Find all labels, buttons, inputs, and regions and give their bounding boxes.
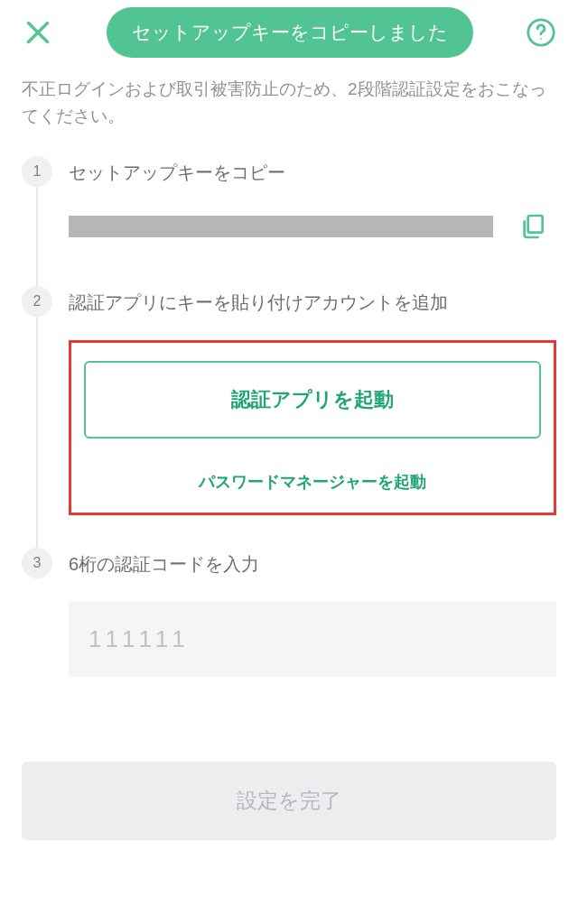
submit-area: 設定を完了 (0, 762, 578, 840)
svg-point-3 (540, 38, 542, 40)
copy-icon[interactable] (517, 210, 549, 243)
highlight-box: 認証アプリを起動 パスワードマネージャーを起動 (69, 340, 556, 515)
step-title: セットアップキーをコピー (69, 156, 556, 185)
svg-rect-4 (528, 216, 543, 233)
step-content: 6桁の認証コードを入力 (69, 548, 556, 709)
header: セットアップキーをコピーしました (0, 0, 578, 58)
launch-password-manager-link[interactable]: パスワードマネージャーを起動 (84, 471, 541, 493)
step-connector (36, 187, 38, 286)
toast-container: セットアップキーをコピーしました (65, 7, 515, 58)
toast-message: セットアップキーをコピーしました (107, 7, 473, 58)
setup-key-row (69, 210, 556, 243)
step-2: 2 認証アプリにキーを貼り付けアカウントを追加 認証アプリを起動 パスワードマネ… (22, 286, 556, 548)
step-number: 1 (22, 156, 52, 187)
step-title: 認証アプリにキーを貼り付けアカウントを追加 (69, 286, 556, 315)
step-3: 3 6桁の認証コードを入力 (22, 548, 556, 709)
step-content: 認証アプリにキーを貼り付けアカウントを追加 認証アプリを起動 パスワードマネージ… (69, 286, 556, 548)
step-number: 2 (22, 286, 52, 317)
complete-setup-button[interactable]: 設定を完了 (22, 762, 556, 840)
step-connector (36, 317, 38, 548)
step-number: 3 (22, 548, 52, 578)
step-marker: 2 (22, 286, 52, 548)
step-marker: 1 (22, 156, 52, 286)
step-marker: 3 (22, 548, 52, 709)
setup-key-masked (69, 216, 493, 237)
help-icon[interactable] (526, 17, 556, 48)
launch-authenticator-button[interactable]: 認証アプリを起動 (84, 361, 541, 439)
step-1: 1 セットアップキーをコピー (22, 156, 556, 286)
steps-list: 1 セットアップキーをコピー 2 認証アプリにキーを貼り付けアカウントを追加 (0, 156, 578, 709)
close-icon[interactable] (22, 16, 54, 49)
verification-code-input[interactable] (69, 602, 556, 677)
description-text: 不正ログインおよび取引被害防止のため、2段階認証設定をおこなってください。 (0, 58, 578, 156)
step-title: 6桁の認証コードを入力 (69, 548, 556, 577)
step-content: セットアップキーをコピー (69, 156, 556, 286)
